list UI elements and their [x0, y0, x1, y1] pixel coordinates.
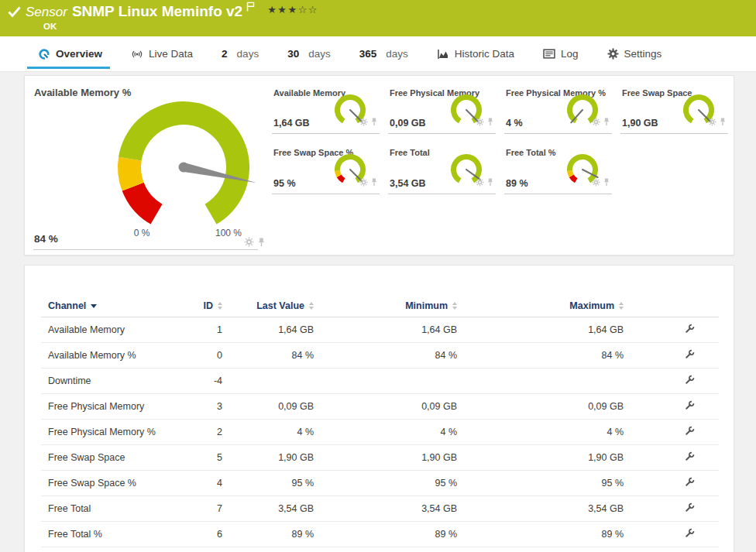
channel-settings-wrench-icon[interactable] — [685, 349, 695, 362]
flag-icon[interactable] — [246, 1, 255, 15]
star-filled-icon[interactable]: ★★★ — [267, 4, 297, 15]
gauge-icon — [38, 48, 50, 60]
channel-minimum: 95 % — [314, 470, 457, 495]
channel-id: 6 — [173, 521, 222, 547]
channel-last-value: 4 % — [222, 419, 314, 444]
pin-icon[interactable] — [370, 176, 378, 190]
table-row[interactable]: Free Physical Memory % 2 4 % 4 % 4 % — [41, 419, 719, 444]
live-icon — [131, 49, 143, 60]
tab-bar: Overview Live Data 2days 30days 365days … — [0, 36, 756, 72]
column-header-last-value[interactable]: Last Value — [222, 295, 314, 317]
table-row[interactable]: Downtime -4 — [41, 368, 719, 393]
area-chart-icon — [437, 49, 449, 60]
gauge-settings-gear-icon[interactable] — [476, 115, 484, 129]
gauge-settings-gear-icon[interactable] — [592, 176, 600, 190]
rating-stars[interactable]: ★★★☆☆ — [267, 4, 318, 15]
channel-settings-wrench-icon[interactable] — [685, 426, 695, 438]
status-ok-check-icon — [8, 6, 21, 21]
channel-minimum: 0,09 GB — [314, 393, 457, 419]
main-gauge — [102, 87, 266, 234]
sort-icon — [218, 302, 222, 310]
gear-icon — [607, 48, 619, 60]
tab-365-days[interactable]: 365days — [359, 36, 408, 71]
table-row[interactable]: Free Swap Space % 4 95 % 95 % 95 % — [41, 470, 719, 495]
channel-last-value: 89 % — [222, 521, 314, 547]
log-icon — [543, 49, 555, 59]
column-header-channel[interactable]: Channel — [41, 295, 173, 317]
pin-icon[interactable] — [603, 176, 610, 190]
gauge-settings-gear-icon[interactable] — [244, 236, 254, 250]
channel-id: 2 — [173, 419, 222, 444]
channel-settings-wrench-icon[interactable] — [685, 400, 695, 413]
channel-id: 1 — [173, 317, 222, 342]
table-row[interactable]: Free Physical Memory 3 0,09 GB 0,09 GB 0… — [41, 393, 719, 419]
sort-icon — [452, 302, 457, 310]
table-row[interactable]: Available Memory 1 1,64 GB 1,64 GB 1,64 … — [41, 317, 719, 342]
channel-name[interactable]: Free Total % — [41, 521, 173, 547]
channel-settings-wrench-icon[interactable] — [685, 375, 695, 387]
channel-name[interactable]: Free Total — [41, 495, 173, 521]
channel-maximum: 4 % — [457, 419, 624, 444]
table-row[interactable]: Free Total 7 3,54 GB 3,54 GB 3,54 GB — [41, 495, 719, 521]
channel-id: 0 — [173, 342, 222, 368]
channel-last-value: 1,64 GB — [222, 317, 314, 342]
channel-id: 3 — [173, 393, 222, 419]
channel-settings-wrench-icon[interactable] — [685, 451, 695, 464]
mini-gauge-free-swap-space-pct: Free Swap Space % 95 % — [272, 142, 380, 194]
channel-name[interactable]: Free Physical Memory — [41, 393, 173, 419]
channel-name[interactable]: Downtime — [41, 368, 173, 393]
gauge-settings-gear-icon[interactable] — [708, 115, 716, 129]
channel-settings-wrench-icon[interactable] — [685, 324, 695, 336]
pin-icon[interactable] — [486, 176, 494, 190]
channel-settings-wrench-icon[interactable] — [685, 502, 695, 515]
divider — [33, 249, 258, 250]
column-header-minimum[interactable]: Minimum — [314, 295, 457, 317]
status-badge: OK — [43, 22, 57, 31]
main-gauge-value: 84 % — [34, 233, 58, 245]
channel-settings-wrench-icon[interactable] — [685, 477, 695, 489]
column-header-actions — [624, 295, 719, 317]
pin-icon[interactable] — [603, 115, 610, 129]
channel-name[interactable]: Free Swap Space — [41, 444, 173, 470]
star-empty-icon[interactable]: ☆☆ — [298, 4, 318, 15]
main-gauge-cell: Available Memory % 0 % 100 % 84 % — [25, 76, 267, 255]
mini-gauge-free-total-pct: Free Total % 89 % — [504, 142, 612, 194]
tab-historic-data[interactable]: Historic Data — [437, 36, 514, 71]
tab-settings[interactable]: Settings — [607, 36, 662, 71]
tab-live-data[interactable]: Live Data — [131, 36, 193, 71]
table-row[interactable]: Free Total % 6 89 % 89 % 89 % — [41, 521, 719, 547]
mini-gauges-area: Available Memory 1,64 GB Free Physical M… — [267, 76, 734, 255]
tab-2-days[interactable]: 2days — [222, 36, 259, 71]
channel-settings-wrench-icon[interactable] — [685, 528, 695, 540]
pin-icon[interactable] — [257, 236, 266, 250]
column-header-maximum[interactable]: Maximum — [457, 295, 624, 317]
pin-icon[interactable] — [370, 115, 378, 129]
pin-icon[interactable] — [719, 115, 727, 129]
tab-30-days[interactable]: 30days — [287, 36, 331, 71]
channel-maximum: 1,90 GB — [457, 444, 624, 470]
gauge-settings-gear-icon[interactable] — [359, 176, 368, 190]
channel-last-value: 95 % — [222, 470, 314, 495]
column-header-id[interactable]: ID — [173, 295, 222, 317]
channel-name[interactable]: Free Physical Memory % — [41, 419, 173, 444]
channel-last-value — [222, 368, 314, 393]
channel-name[interactable]: Available Memory — [41, 317, 173, 342]
table-row[interactable]: Free Swap Space 5 1,90 GB 1,90 GB 1,90 G… — [41, 444, 719, 470]
gauge-settings-gear-icon[interactable] — [359, 115, 368, 129]
mini-gauge-value: 4 % — [506, 118, 523, 129]
table-row[interactable]: Available Memory % 0 84 % 84 % 84 % — [41, 342, 719, 368]
channel-minimum: 1,64 GB — [314, 317, 457, 342]
pin-icon[interactable] — [486, 115, 494, 129]
channel-last-value: 0,09 GB — [222, 393, 314, 419]
channel-name[interactable]: Free Swap Space % — [41, 470, 173, 495]
gauge-settings-gear-icon[interactable] — [592, 115, 600, 129]
gauge-settings-gear-icon[interactable] — [476, 176, 484, 190]
mini-gauge-value: 89 % — [506, 178, 528, 189]
channel-minimum: 4 % — [314, 419, 457, 444]
mini-gauge-free-physical-memory-pct: Free Physical Memory % 4 % — [504, 83, 612, 134]
channel-minimum — [314, 368, 457, 393]
tab-overview[interactable]: Overview — [38, 36, 102, 71]
channel-name[interactable]: Available Memory % — [41, 342, 173, 368]
channel-maximum: 84 % — [457, 342, 624, 368]
tab-log[interactable]: Log — [543, 36, 579, 71]
